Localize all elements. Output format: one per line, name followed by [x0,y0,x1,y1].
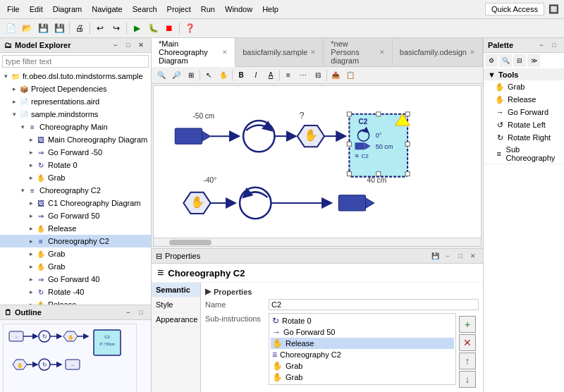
tree-arrow-repr-aird[interactable]: ▸ [10,98,18,105]
tree-arrow-main-chor-diag[interactable]: ▸ [27,136,35,143]
palette-item-subchor[interactable]: ≡ Sub Choreography [484,144,564,164]
tree-item-chor-c2b[interactable]: ▸≡Choreography C2 [0,235,151,247]
align-center-btn[interactable]: ⋯ [296,68,310,82]
tree-item-go-fwd-40[interactable]: ▸⇒Go Forward 40 [0,273,151,286]
tree-item-rotate-m40[interactable]: ▸↻Rotate -40 [0,286,151,298]
tree-item-sample[interactable]: ▾📄sample.mindstorms [0,108,151,121]
tree-item-grab[interactable]: ▸✋Grab [0,171,151,184]
sub-instructions-list[interactable]: ↻Rotate 0→Go Forward 50✋Release≡Choreogr… [269,313,456,385]
tree-arrow-proj-dep[interactable]: ▸ [10,85,18,92]
sub-instr-item-4[interactable]: ✋Grab [271,360,454,372]
open-btn[interactable]: 📂 [19,20,35,36]
move-down-btn[interactable]: ↓ [459,371,476,388]
tab-close-persons[interactable]: ✕ [379,49,385,56]
redo-btn[interactable]: ↪ [109,20,124,36]
tab-main[interactable]: *Main Choreography Diagram✕ [152,38,235,67]
underline-btn[interactable]: A [264,68,278,82]
print-btn[interactable]: 🖨 [72,20,87,36]
menu-diagram[interactable]: Diagram [49,4,87,15]
outline-maximize[interactable]: □ [135,307,147,318]
save-all-btn[interactable]: 💾 [51,20,67,36]
props-maximize[interactable]: □ [455,250,466,262]
menu-run[interactable]: Run [197,4,219,15]
palette-tools-header[interactable]: ▼ Tools [484,69,564,80]
tree-arrow-chor-c2b[interactable]: ▸ [27,238,35,245]
zoom-in-btn[interactable]: 🔍 [154,68,168,82]
tab-odesign[interactable]: basicfamily.odesign✕ [393,38,483,66]
help-btn[interactable]: ❓ [182,20,197,36]
sub-instr-item-2[interactable]: ✋Release [271,338,454,349]
tab-close-basic[interactable]: ✕ [310,49,316,56]
props-minimize[interactable]: − [442,250,453,262]
remove-instruction-btn[interactable]: ✕ [459,334,476,351]
tree-arrow-rotate-0[interactable]: ▸ [27,161,35,169]
undo-btn[interactable]: ↩ [92,20,108,36]
props-tab-semantic[interactable]: Semantic [152,283,200,298]
palette-layout-btn[interactable]: ⊟ [513,54,526,67]
tree-arrow-grab[interactable]: ▸ [27,174,35,181]
menu-file[interactable]: File [3,4,24,15]
add-instruction-btn[interactable]: + [459,316,476,333]
tree-arrow-sample[interactable]: ▾ [10,111,18,118]
tree-item-release2[interactable]: ▸✋Release [0,298,151,305]
italic-btn[interactable]: I [249,68,263,82]
tree-item-chor-c2-g[interactable]: ▾≡Choreography C2 [0,184,151,197]
debug-btn[interactable]: 🐛 [145,20,161,36]
h-scrollbar[interactable] [154,238,481,246]
tab-persons[interactable]: *new Persons diagram✕ [324,38,392,66]
tree-arrow-chor-main-g[interactable]: ▾ [18,123,27,130]
props-tab-appearance[interactable]: Appearance [152,312,200,327]
tab-close-main[interactable]: ✕ [222,49,228,56]
menu-edit[interactable]: Edit [25,4,47,15]
tree-item-release[interactable]: ▸✋Release [0,222,151,235]
move-up-btn[interactable]: ↑ [459,353,476,369]
tab-basic[interactable]: basicfamily.sample✕ [235,38,324,66]
props-close[interactable]: ✕ [467,250,479,262]
palette-settings-btn[interactable]: ⚙ [485,54,498,67]
tree-item-go-fwd-50b[interactable]: ▸⇒Go Forward 50 [0,209,151,222]
palette-minimize[interactable]: − [536,39,547,51]
tree-arrow-go-fwd-40[interactable]: ▸ [27,276,35,283]
run-btn[interactable]: ▶ [129,20,145,36]
copy-btn[interactable]: 📋 [343,68,357,82]
select-btn[interactable]: ↖ [202,68,216,82]
tab-close-odesign[interactable]: ✕ [470,49,475,56]
tree-item-root[interactable]: ▾📁fr.obeo.dsl.tuto.mindstorms.sample [0,70,151,82]
menu-navigate[interactable]: Navigate [87,4,126,15]
new-btn[interactable]: 📄 [3,20,18,36]
tree-item-go-fwd-50[interactable]: ▸⇒Go Forward -50 [0,146,151,159]
pan-btn[interactable]: ✋ [216,68,231,82]
palette-item-release[interactable]: ✋ Release [484,93,564,106]
sub-instr-item-1[interactable]: →Go Forward 50 [271,326,454,338]
align-left-btn[interactable]: ≡ [281,68,295,82]
tree-item-proj-dep[interactable]: ▸📦Project Dependencies [0,82,151,95]
palette-item-rotateleft[interactable]: ↺ Rotate Left [484,118,564,131]
tree-arrow-grab2[interactable]: ▸ [27,250,35,257]
props-tab-style[interactable]: Style [152,298,200,312]
palette-item-goforward[interactable]: → Go Forward [484,106,564,118]
tree-item-grab3[interactable]: ▸✋Grab [0,260,151,273]
stop-btn[interactable]: ⏹ [161,20,177,36]
tree-item-c1-chor-diag[interactable]: ▸🖼C1 Choreography Diagram [0,197,151,209]
bold-btn[interactable]: B [234,68,248,82]
tree-arrow-grab3[interactable]: ▸ [27,263,35,270]
name-input[interactable] [269,299,479,310]
menu-help[interactable]: Help [258,4,283,15]
tree-arrow-go-fwd-50[interactable]: ▸ [27,149,35,156]
sub-instr-item-0[interactable]: ↻Rotate 0 [271,315,454,326]
props-save-btn[interactable]: 💾 [429,250,441,262]
tree-arrow-rotate-m40[interactable]: ▸ [27,288,35,295]
save-btn[interactable]: 💾 [35,20,51,36]
tree-item-repr-aird[interactable]: ▸📄representations.aird [0,95,151,108]
quick-access-button[interactable]: Quick Access [485,3,544,16]
maximize-btn[interactable]: 🔲 [546,1,561,17]
fit-btn[interactable]: ⊞ [184,68,198,82]
layout-btn[interactable]: ⊟ [311,68,325,82]
tree-arrow-release[interactable]: ▸ [27,225,35,232]
minimize-panel-btn[interactable]: − [110,39,121,51]
tree-item-chor-main-g[interactable]: ▾≡Choreography Main [0,121,151,133]
palette-expand-btn[interactable]: ≫ [527,54,540,67]
close-panel-btn[interactable]: ✕ [135,39,147,51]
tree-arrow-go-fwd-50b[interactable]: ▸ [27,212,35,219]
export-btn[interactable]: 📤 [329,68,343,82]
